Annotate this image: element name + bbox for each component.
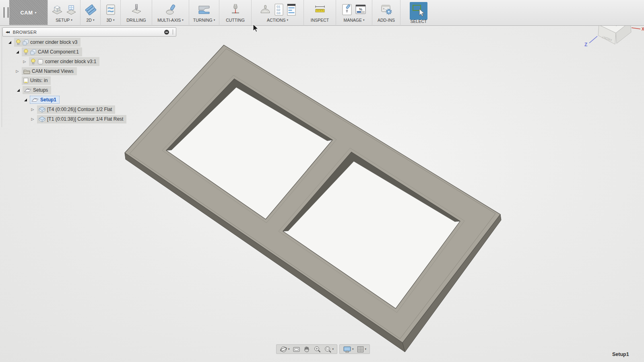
toolbar-grip-handle[interactable]: [4, 7, 8, 18]
units-document-icon: [23, 78, 29, 84]
orbit-button[interactable]: ▾: [280, 346, 290, 353]
3d-label: 3D: [107, 18, 112, 23]
toolbar-group-select[interactable]: SELECT: [400, 0, 437, 25]
machining-time-icon[interactable]: %: [355, 3, 367, 16]
pan-hand-icon: [303, 346, 311, 353]
grid-layout-button[interactable]: ▾: [357, 346, 367, 353]
display-filter-icon[interactable]: [164, 30, 169, 35]
post-process-icon[interactable]: [259, 3, 272, 16]
toolbar-group-addins[interactable]: >_ ADD-INS: [372, 0, 400, 25]
toolbar-group-manage[interactable]: % MANAGE▾: [336, 0, 372, 25]
select-tool-active[interactable]: [410, 2, 427, 20]
svg-text:%: %: [359, 7, 362, 11]
tree-row-named-views[interactable]: ▷ CAM Named Views: [15, 67, 77, 75]
orbit-icon: [280, 346, 287, 353]
tree-row-body[interactable]: ▷ corner cinder block v3:1: [22, 58, 99, 66]
setup-icon: [31, 97, 39, 103]
turning-label: TURNING: [193, 18, 213, 23]
manage-label: MANAGE: [343, 18, 362, 23]
tree-row-operation-t4[interactable]: ▷ [T4 (0:00:26)] Contour 1/2 Flat: [30, 105, 115, 113]
tree-item-label: CAM Named Views: [32, 68, 74, 74]
collapse-panel-icon[interactable]: ◀◀: [6, 31, 9, 34]
visibility-bulb-icon[interactable]: [23, 49, 29, 55]
tree-item-label: [T4 (0:00:26)] Contour 1/2 Flat: [47, 107, 112, 112]
toolbar-group-cutting[interactable]: CUTTING: [219, 0, 252, 25]
chevron-down-icon: ▾: [288, 348, 290, 351]
expand-arrow-icon[interactable]: [23, 99, 28, 101]
cutting-icon[interactable]: [229, 3, 242, 16]
select-cursor-icon: [411, 3, 427, 19]
toolbar-group-2d[interactable]: 2D▾: [80, 0, 101, 25]
viewport-3d-model[interactable]: [0, 0, 644, 362]
chevron-down-icon: ▾: [93, 19, 95, 22]
tree-item-label: Units: in: [30, 78, 47, 83]
setup-sheet-icon[interactable]: [286, 3, 297, 16]
nav-segment-view: ▾ ▾: [276, 344, 337, 354]
zoom-window-button[interactable]: ▾: [324, 346, 334, 353]
toolbar-group-turning[interactable]: TURNING▾: [189, 0, 219, 25]
active-setup-indicator: Setup1: [612, 352, 629, 357]
zoom-window-icon: [324, 346, 332, 353]
chevron-down-icon: ▾: [332, 348, 334, 351]
2d-label: 2D: [87, 18, 92, 23]
setup-icon[interactable]: [51, 4, 63, 16]
scripts-addins-icon[interactable]: >_: [380, 3, 393, 16]
toolbar-group-inspect[interactable]: INSPECT: [304, 0, 336, 25]
workspace-switcher-cam[interactable]: CAM ▾: [9, 0, 47, 25]
toolbar-group-setup[interactable]: SETUP▾: [47, 0, 80, 25]
toolbar-group-multiaxis[interactable]: MULTI-AXIS▾: [152, 0, 189, 25]
svg-text:>_: >_: [383, 7, 386, 10]
toolbar-group-drilling[interactable]: DRILLING: [121, 0, 152, 25]
drilling-label: DRILLING: [126, 18, 146, 23]
expand-arrow-icon[interactable]: [16, 89, 21, 92]
collapse-arrow-icon[interactable]: ▷: [15, 70, 20, 73]
visibility-bulb-icon[interactable]: [16, 39, 21, 45]
folder-icon: [23, 69, 30, 74]
toolbar-group-actions[interactable]: G1 G2 G3 ACTIONS▾: [252, 0, 304, 25]
tree-item-label: corner cinder block v3: [30, 39, 77, 45]
toolbar-group-3d[interactable]: 3D▾: [101, 0, 121, 25]
tree-row-setup1[interactable]: Setup1: [23, 96, 60, 104]
tree-row-units[interactable]: Units: in: [22, 76, 51, 84]
collapse-arrow-icon[interactable]: ▷: [30, 117, 35, 121]
gcode-editor-icon[interactable]: G1 G2 G3: [274, 3, 284, 16]
chevron-down-icon: ▾: [113, 19, 115, 22]
zoom-button[interactable]: [314, 346, 321, 353]
ribbon-toolbar: CAM ▾ SE: [0, 0, 644, 26]
tree-row-cam-component[interactable]: CAM Component:1: [15, 48, 82, 56]
drilling-icon[interactable]: [130, 3, 143, 16]
fusion-cam-window: CAM ▾ SE: [0, 0, 644, 362]
2d-milling-icon[interactable]: [84, 3, 97, 16]
measure-icon[interactable]: [313, 3, 327, 16]
component-icon: [30, 49, 36, 55]
tree-row-operation-t1[interactable]: ▷ [T1 (0:01:38)] Contour 1/4 Flat Rest: [30, 115, 126, 123]
expand-arrow-icon[interactable]: [15, 51, 20, 53]
collapse-arrow-icon[interactable]: ▷: [30, 108, 35, 111]
new-setup-icon[interactable]: [65, 4, 77, 16]
select-label: SELECT: [411, 19, 427, 24]
visibility-bulb-icon[interactable]: [31, 58, 36, 65]
display-settings-button[interactable]: ▾: [343, 346, 354, 353]
tree-item-label: Setups: [33, 87, 48, 93]
actions-label: ACTIONS: [267, 18, 286, 23]
cutting-label: CUTTING: [226, 18, 245, 23]
turning-icon[interactable]: [197, 3, 211, 16]
browser-header[interactable]: ◀◀ BROWSER: [2, 27, 176, 37]
grid-icon: [357, 346, 364, 353]
expand-arrow-icon[interactable]: [7, 41, 12, 44]
svg-text:G1: G1: [277, 5, 280, 8]
setup-label: SETUP: [56, 18, 70, 23]
collapse-arrow-icon[interactable]: ▷: [22, 60, 27, 64]
panel-resize-grip[interactable]: [173, 29, 173, 35]
inspect-label: INSPECT: [311, 18, 329, 23]
3d-milling-icon[interactable]: [105, 4, 117, 16]
multi-axis-icon[interactable]: [164, 3, 177, 16]
tool-library-icon[interactable]: [341, 3, 353, 16]
pan-button[interactable]: [303, 346, 311, 353]
zoom-icon: [314, 346, 321, 353]
look-at-button[interactable]: [293, 346, 300, 353]
tree-row-setups[interactable]: Setups: [16, 86, 51, 94]
chevron-down-icon: ▾: [71, 19, 72, 22]
axis-z-label: Z: [584, 42, 587, 47]
tree-row-root-component[interactable]: corner cinder block v3: [7, 38, 80, 46]
